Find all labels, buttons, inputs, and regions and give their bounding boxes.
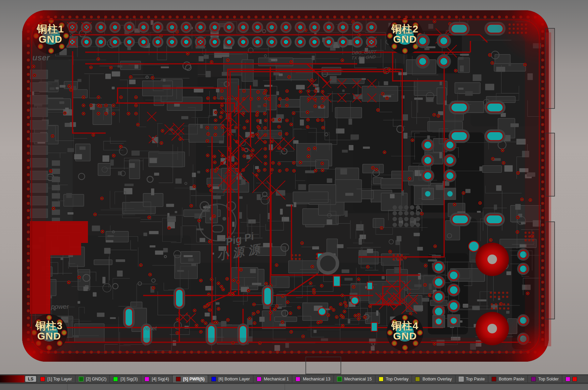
layer-tab-4-sig-4[interactable]: [4] Sig(4) <box>141 375 172 382</box>
layer-tab-label: Top Overlay <box>386 377 409 381</box>
layer-color-swatch <box>566 377 570 381</box>
pcb-editor-workspace: 铜柱1 GND 铜柱2 GND 铜柱3 GND 铜柱4 GND user pow… <box>0 0 588 390</box>
layer-tab-top-paste[interactable]: Top Paste <box>456 375 488 382</box>
layer-tab-label: Bottom Paste <box>499 377 524 381</box>
layer-color-swatch <box>379 377 383 381</box>
layer-tab-label: [4] Sig(4) <box>152 377 169 381</box>
layer-tab-bar: LS [1] Top Layer[2] GND(2)[3] Sig(3)[4] … <box>0 374 588 384</box>
panel-divider[interactable] <box>67 384 67 390</box>
layer-tab-mechanical-13[interactable]: Mechanical 13 <box>292 375 333 382</box>
layer-color-swatch <box>176 377 181 381</box>
layer-tab-bottom-overlay[interactable]: Bottom Overlay <box>412 375 455 382</box>
silkscreen-debug-header: DBG_UART TX RX GND <box>351 49 377 61</box>
mount-label-title: 铜柱1 <box>20 24 81 34</box>
layer-color-swatch <box>257 377 261 381</box>
panel-divider[interactable] <box>285 384 285 390</box>
mount-label-4: 铜柱4 GND <box>374 321 436 341</box>
layer-color-swatch <box>415 377 420 381</box>
layer-tab-top-overlay[interactable]: Top Overlay <box>376 375 412 382</box>
layer-set-button[interactable]: LS <box>25 376 36 382</box>
status-strip <box>0 384 588 390</box>
pcb-canvas[interactable] <box>0 0 588 390</box>
mount-label-title: 铜柱3 <box>18 321 80 331</box>
mount-label-gnd: GND <box>20 34 81 44</box>
layer-color-swatch <box>492 377 496 381</box>
layer-tab-bottom-paste[interactable]: Bottom Paste <box>488 375 527 382</box>
layer-tab-6-bottom-layer[interactable]: [6] Bottom Layer <box>208 375 253 382</box>
mount-label-gnd: GND <box>374 34 436 44</box>
layer-tab-label: Top Solder <box>538 377 559 381</box>
layer-color-swatch <box>145 377 149 381</box>
layer-tab-label: [2] GND(2) <box>86 377 106 381</box>
mount-label-2: 铜柱2 GND <box>374 24 436 44</box>
layer-color-swatch <box>79 377 84 381</box>
layer-tab-mechanical-1[interactable]: Mechanical 1 <box>254 375 292 382</box>
layer-color-swatch <box>211 377 216 381</box>
layer-color-swatch <box>337 377 342 381</box>
layer-color-swatch <box>531 377 536 381</box>
layer-tab-5-pwr-5[interactable]: [5] PWR(5) <box>173 375 208 382</box>
layer-color-swatch <box>113 377 118 381</box>
mount-label-title: 铜柱4 <box>374 321 436 331</box>
layer-tab-2-gnd-2[interactable]: [2] GND(2) <box>76 375 109 382</box>
silkscreen-reset: reset <box>145 326 157 332</box>
mount-label-gnd: GND <box>18 331 80 341</box>
layer-tab-label: [5] PWR(5) <box>183 377 205 381</box>
layer-tab-label: [3] Sig(3) <box>120 377 138 381</box>
mount-label-title: 铜柱2 <box>374 24 436 34</box>
layer-tab-1-top-layer[interactable]: [1] Top Layer <box>37 375 75 382</box>
mount-label-1: 铜柱1 GND <box>20 24 81 44</box>
layer-tab-top-solder[interactable]: Top Solder <box>528 375 562 382</box>
layer-tab-label: Bottom Overlay <box>422 377 452 381</box>
layer-tab-label: Mechanical 15 <box>344 377 372 381</box>
layer-tab-label: [6] Bottom Layer <box>218 377 250 381</box>
layer-tab-label: Mechanical 1 <box>264 377 289 381</box>
ls-layer-swatch <box>0 375 25 382</box>
layer-tab-label: Top Paste <box>466 377 485 381</box>
silkscreen-power: power <box>51 303 69 310</box>
layer-color-swatch <box>459 377 464 381</box>
layer-tab-partial[interactable] <box>570 375 588 382</box>
layer-tab-label: [1] Top Layer <box>47 377 72 381</box>
silkscreen-user: user <box>32 53 50 62</box>
layer-color-swatch <box>296 377 300 381</box>
layer-tab-mechanical-15[interactable]: Mechanical 15 <box>334 375 375 382</box>
layer-tab-3-sig-3[interactable]: [3] Sig(3) <box>110 375 141 382</box>
layer-color-swatch <box>40 377 45 381</box>
layer-tab-label: Mechanical 13 <box>303 377 330 381</box>
mount-label-3: 铜柱3 GND <box>18 321 80 341</box>
mount-label-gnd: GND <box>374 331 436 341</box>
